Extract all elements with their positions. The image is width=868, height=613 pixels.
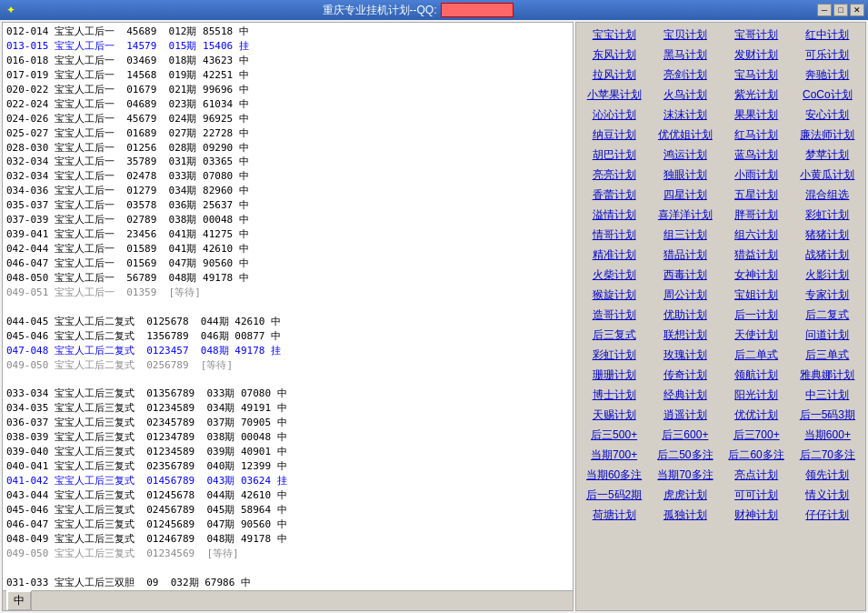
plan-link[interactable]: 混合组选 — [793, 186, 862, 204]
plan-link[interactable]: 红马计划 — [723, 126, 791, 144]
plan-link[interactable]: 火影计划 — [793, 266, 862, 284]
plan-link[interactable]: 鸿运计划 — [651, 146, 719, 164]
plan-link[interactable]: 精准计划 — [580, 246, 648, 264]
plan-link[interactable]: 猎益计划 — [723, 246, 791, 264]
plan-link[interactable]: 情哥计划 — [580, 226, 648, 244]
plan-link[interactable]: 组三计划 — [651, 226, 719, 244]
plan-link[interactable]: 猎品计划 — [651, 246, 719, 264]
plan-link[interactable]: 奔驰计划 — [793, 66, 862, 84]
plan-link[interactable]: 阳光计划 — [723, 387, 791, 404]
plan-link[interactable]: 西毒计划 — [651, 266, 719, 284]
plan-link[interactable]: 后三600+ — [651, 427, 719, 444]
plan-link[interactable]: 后二70多注 — [793, 447, 862, 464]
plan-link[interactable]: 仔仔计划 — [793, 507, 862, 524]
plan-link[interactable]: 亮亮计划 — [580, 166, 648, 184]
plan-link[interactable]: 天赐计划 — [580, 407, 648, 424]
plan-link[interactable]: 领航计划 — [723, 367, 791, 384]
close-button[interactable]: ✕ — [850, 4, 864, 16]
plan-link[interactable]: 猪猪计划 — [793, 226, 862, 244]
plan-link[interactable]: 情义计划 — [793, 487, 862, 504]
plan-link[interactable]: 当期700+ — [580, 447, 648, 464]
plan-link[interactable]: 后三700+ — [723, 427, 791, 444]
plan-link[interactable]: 沁沁计划 — [580, 106, 648, 124]
plan-link[interactable]: 优优姐计划 — [651, 126, 719, 144]
plan-link[interactable]: 彩虹计划 — [793, 206, 862, 224]
qq-input[interactable] — [441, 3, 514, 17]
plan-link[interactable]: 拉风计划 — [580, 66, 648, 84]
plan-link[interactable]: 果果计划 — [723, 106, 791, 124]
plan-link[interactable]: 五星计划 — [723, 186, 791, 204]
plan-link[interactable]: 胖哥计划 — [723, 206, 791, 224]
plan-link[interactable]: 专家计划 — [793, 286, 862, 304]
plan-link[interactable]: 小苹果计划 — [580, 86, 648, 104]
plan-link[interactable]: 虎虎计划 — [651, 487, 719, 504]
plan-link[interactable]: 小黄瓜计划 — [793, 166, 862, 184]
plan-link[interactable]: 四星计划 — [651, 186, 719, 204]
plan-link[interactable]: 优优计划 — [723, 407, 791, 424]
plan-link[interactable]: 联想计划 — [651, 327, 719, 344]
plan-link[interactable]: 博士计划 — [580, 387, 648, 404]
plan-link[interactable]: CoCo计划 — [793, 86, 862, 104]
plan-link[interactable]: 独眼计划 — [651, 166, 719, 184]
plan-link[interactable]: 后二60多注 — [723, 447, 791, 464]
plan-link[interactable]: 造哥计划 — [580, 306, 648, 324]
plan-link[interactable]: 孤独计划 — [651, 507, 719, 524]
plan-link[interactable]: 红中计划 — [793, 26, 862, 44]
plan-link[interactable]: 天使计划 — [723, 327, 791, 344]
plan-link[interactable]: 可可计划 — [723, 487, 791, 504]
plan-link[interactable]: 后二50多注 — [651, 447, 719, 464]
plan-link[interactable]: 当期60多注 — [580, 467, 648, 484]
plan-link[interactable]: 战猪计划 — [793, 246, 862, 264]
plan-link[interactable]: 宝马计划 — [723, 66, 791, 84]
plan-link[interactable]: 后一5码2期 — [580, 487, 648, 504]
left-content[interactable]: 012-014 宝宝人工后一 45689 012期 85518 中 013-01… — [3, 23, 573, 590]
plan-link[interactable]: 玫瑰计划 — [651, 347, 719, 364]
plan-link[interactable]: 当期600+ — [793, 427, 862, 444]
plan-link[interactable]: 紫光计划 — [723, 86, 791, 104]
plan-link[interactable]: 财神计划 — [723, 507, 791, 524]
plan-link[interactable]: 后三单式 — [793, 347, 862, 364]
plan-link[interactable]: 安心计划 — [793, 106, 862, 124]
maximize-button[interactable]: □ — [833, 4, 848, 16]
plan-link[interactable]: 可乐计划 — [793, 46, 862, 64]
plan-link[interactable]: 后三复式 — [580, 327, 648, 344]
plan-link[interactable]: 后二单式 — [723, 347, 791, 364]
plan-link[interactable]: 逍遥计划 — [651, 407, 719, 424]
plan-link[interactable]: 纳豆计划 — [580, 126, 648, 144]
plan-link[interactable]: 宝哥计划 — [723, 26, 791, 44]
plan-link[interactable]: 宝宝计划 — [580, 26, 648, 44]
plan-link[interactable]: 发财计划 — [723, 46, 791, 64]
plan-link[interactable]: 周公计划 — [651, 286, 719, 304]
plan-link[interactable]: 中三计划 — [793, 387, 862, 404]
minimize-button[interactable]: ─ — [817, 4, 832, 16]
plan-link[interactable]: 沫沫计划 — [651, 106, 719, 124]
plan-link[interactable]: 后三500+ — [580, 427, 648, 444]
plan-link[interactable]: 香蕾计划 — [580, 186, 648, 204]
plan-link[interactable]: 胡巴计划 — [580, 146, 648, 164]
plan-link[interactable]: 溢情计划 — [580, 206, 648, 224]
plan-link[interactable]: 亮点计划 — [723, 467, 791, 484]
plan-link[interactable]: 宝贝计划 — [651, 26, 719, 44]
plan-link[interactable]: 传奇计划 — [651, 367, 719, 384]
plan-link[interactable]: 亮剑计划 — [651, 66, 719, 84]
plan-link[interactable]: 雅典娜计划 — [793, 367, 862, 384]
plan-link[interactable]: 后一5码3期 — [793, 407, 862, 424]
plan-link[interactable]: 喜洋洋计划 — [651, 206, 719, 224]
plan-link[interactable]: 女神计划 — [723, 266, 791, 284]
plan-link[interactable]: 火柴计划 — [580, 266, 648, 284]
plan-link[interactable]: 黑马计划 — [651, 46, 719, 64]
plan-link[interactable]: 梦苹计划 — [793, 146, 862, 164]
plan-link[interactable]: 蓝鸟计划 — [723, 146, 791, 164]
plan-link[interactable]: 当期70多注 — [651, 467, 719, 484]
plan-link[interactable]: 优助计划 — [651, 306, 719, 324]
plan-link[interactable]: 火鸟计划 — [651, 86, 719, 104]
plan-link[interactable]: 后二复式 — [793, 306, 862, 324]
plan-link[interactable]: 问道计划 — [793, 327, 862, 344]
plan-link[interactable]: 宝姐计划 — [723, 286, 791, 304]
plan-link[interactable]: 东风计划 — [580, 46, 648, 64]
plan-link[interactable]: 珊珊计划 — [580, 367, 648, 384]
plan-link[interactable]: 彩虹计划 — [580, 347, 648, 364]
plan-link[interactable]: 小雨计划 — [723, 166, 791, 184]
plan-link[interactable]: 廉法师计划 — [793, 126, 862, 144]
plan-link[interactable]: 经典计划 — [651, 387, 719, 404]
